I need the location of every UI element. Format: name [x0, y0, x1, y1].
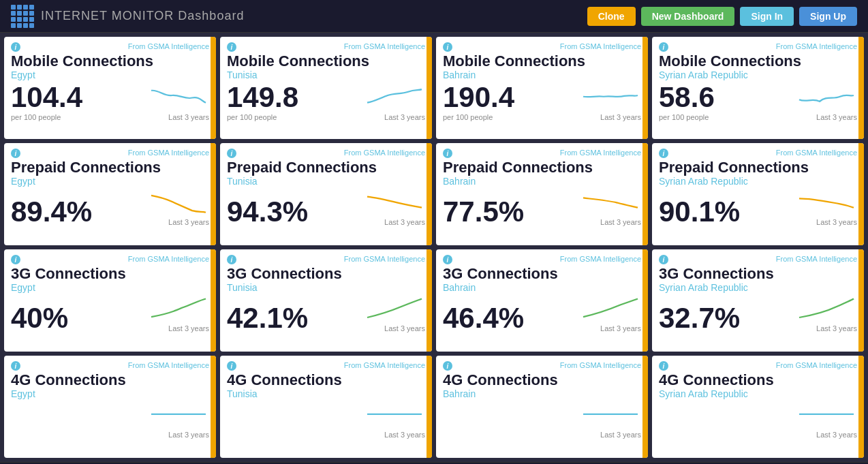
sparkline-chart — [148, 402, 209, 429]
card-info-icon: i — [227, 255, 236, 264]
card-accent-bar — [427, 143, 432, 245]
card-country: Egypt — [11, 69, 209, 80]
dashboard-card: i From GSMA Intelligence 3G Connections … — [4, 249, 216, 352]
card-source: From GSMA Intelligence — [659, 255, 857, 263]
dashboard-card: i From GSMA Intelligence 4G Connections … — [4, 356, 216, 458]
card-chart-label: Last 3 years — [816, 113, 857, 121]
card-chart: Last 3 years — [659, 402, 857, 439]
card-chart: Last 3 years — [92, 189, 209, 226]
card-source: From GSMA Intelligence — [11, 255, 209, 263]
card-value-row: 104.4 per 100 people Last 3 years — [11, 83, 209, 121]
card-country: Tunisia — [227, 69, 425, 80]
card-value-row: Last 3 years — [659, 402, 857, 439]
sparkline-chart — [580, 296, 641, 323]
new-dashboard-button[interactable]: New Dashboard — [641, 7, 735, 26]
card-accent-bar — [211, 37, 216, 139]
card-value-row: 58.6 per 100 people Last 3 years — [659, 83, 857, 121]
card-chart: Last 3 years — [715, 84, 857, 121]
card-accent-bar — [211, 356, 216, 458]
dashboard-card: i From GSMA Intelligence 4G Connections … — [436, 356, 648, 458]
card-chart-label: Last 3 years — [816, 218, 857, 226]
card-chart-label: Last 3 years — [600, 218, 641, 226]
card-chart-label: Last 3 years — [816, 324, 857, 332]
card-country: Tunisia — [227, 388, 425, 399]
card-chart: Last 3 years — [68, 296, 209, 332]
card-sublabel: per 100 people — [443, 113, 514, 121]
card-accent-bar — [427, 37, 432, 139]
card-value-row: 190.4 per 100 people Last 3 years — [443, 83, 641, 121]
card-value-row: 149.8 per 100 people Last 3 years — [227, 83, 425, 121]
card-value: 32.7% — [659, 304, 740, 332]
card-chart: Last 3 years — [308, 189, 425, 226]
card-chart-label: Last 3 years — [600, 324, 641, 332]
card-value: 77.5% — [443, 198, 524, 226]
card-value-row: 90.1% Last 3 years — [659, 189, 857, 226]
card-accent-bar — [211, 249, 216, 352]
card-info-icon: i — [659, 361, 668, 371]
card-chart-label: Last 3 years — [168, 324, 209, 332]
clone-button[interactable]: Clone — [587, 7, 636, 26]
card-source: From GSMA Intelligence — [11, 149, 209, 157]
dashboard-card: i From GSMA Intelligence Mobile Connecti… — [4, 37, 216, 139]
card-country: Egypt — [11, 282, 209, 293]
card-chart: Last 3 years — [11, 402, 209, 439]
card-value-row: 77.5% Last 3 years — [443, 189, 641, 226]
card-accent-bar — [211, 143, 216, 245]
card-accent-bar — [858, 37, 864, 139]
card-country: Syrian Arab Republic — [659, 69, 857, 80]
card-title: Mobile Connections — [443, 53, 641, 69]
card-country: Bahrain — [443, 282, 641, 293]
card-value: 40% — [11, 304, 68, 332]
card-source: From GSMA Intelligence — [443, 255, 641, 263]
card-source: From GSMA Intelligence — [443, 42, 641, 50]
dashboard-card: i From GSMA Intelligence Prepaid Connect… — [220, 143, 432, 245]
card-title: Prepaid Connections — [11, 159, 209, 176]
card-accent-bar — [642, 356, 648, 458]
card-value-row: Last 3 years — [11, 402, 209, 439]
sparkline-chart — [796, 84, 857, 112]
card-country: Syrian Arab Republic — [659, 282, 857, 293]
card-value: 89.4% — [11, 198, 92, 226]
card-title: 4G Connections — [659, 372, 857, 388]
card-sublabel: per 100 people — [659, 113, 715, 121]
sign-up-button[interactable]: Sign Up — [799, 7, 857, 26]
dashboard-card: i From GSMA Intelligence Prepaid Connect… — [652, 143, 864, 245]
card-country: Tunisia — [227, 282, 425, 293]
card-source: From GSMA Intelligence — [11, 361, 209, 369]
card-chart-label: Last 3 years — [168, 113, 209, 121]
dashboard-card: i From GSMA Intelligence Prepaid Connect… — [4, 143, 216, 245]
card-info-icon: i — [443, 255, 452, 264]
card-title: 3G Connections — [11, 266, 209, 282]
card-value: 190.4 — [443, 83, 514, 112]
card-chart: Last 3 years — [82, 84, 209, 121]
logo-title: INTERNET MONITOR Dashboard — [41, 9, 244, 23]
card-accent-bar — [642, 249, 648, 352]
header-left: INTERNET MONITOR Dashboard — [11, 5, 244, 28]
dashboard-card: i From GSMA Intelligence Mobile Connecti… — [436, 37, 648, 139]
dashboard-card: i From GSMA Intelligence 4G Connections … — [652, 356, 864, 458]
card-source: From GSMA Intelligence — [227, 255, 425, 263]
card-accent-bar — [858, 143, 864, 245]
dashboard-card: i From GSMA Intelligence Mobile Connecti… — [220, 37, 432, 139]
card-chart-label: Last 3 years — [816, 431, 857, 439]
card-value: 149.8 — [227, 83, 298, 112]
sparkline-chart — [148, 296, 209, 323]
card-info-icon: i — [659, 149, 668, 158]
card-value-row: Last 3 years — [227, 402, 425, 439]
card-accent-bar — [427, 249, 432, 352]
card-info-icon: i — [443, 361, 452, 371]
card-title: 3G Connections — [659, 266, 857, 282]
card-accent-bar — [858, 249, 864, 352]
logo-icon — [11, 5, 34, 28]
card-info-icon: i — [227, 42, 236, 52]
sparkline-chart — [580, 84, 641, 112]
sign-in-button[interactable]: Sign In — [740, 7, 794, 26]
card-value: 46.4% — [443, 304, 524, 332]
dashboard-card: i From GSMA Intelligence Prepaid Connect… — [436, 143, 648, 245]
sparkline-chart — [364, 84, 425, 112]
card-source: From GSMA Intelligence — [11, 42, 209, 50]
card-chart-label: Last 3 years — [600, 431, 641, 439]
card-info-icon: i — [11, 42, 20, 52]
card-title: Prepaid Connections — [227, 159, 425, 176]
card-value: 94.3% — [227, 198, 308, 226]
